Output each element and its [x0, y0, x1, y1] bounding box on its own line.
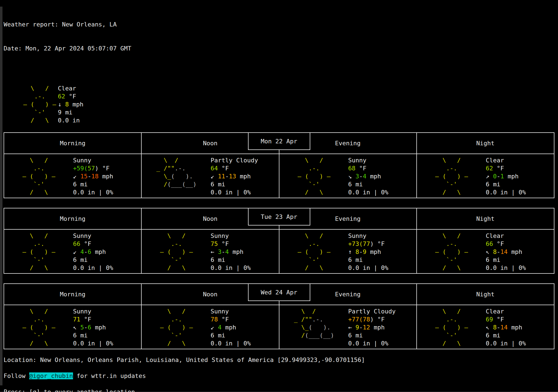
weather-art: \ / .-. ― ( ) ― `-' / \ [153, 307, 211, 349]
wind-direction-arrow: ↙ [211, 324, 218, 331]
date-box-mon: Mon 22 Apr [248, 132, 310, 150]
sun-art: \ / .-. ― ( ) ― `-' / \ [16, 84, 56, 124]
precipitation-value: 0.0 in | 0% [73, 188, 113, 196]
weather-art: \ / .-. ― ( ) ― `-' / \ [153, 232, 211, 273]
condition-label: Clear [58, 84, 83, 92]
column-header-night: Night [417, 133, 554, 154]
sun-art: \ / .-. ― ( ) ― `-' / \ [15, 307, 55, 347]
wind-value: ↙ 4 mph [211, 323, 251, 331]
cloud-art: .-. ( ). (___(__) [290, 307, 334, 339]
condition-label: Clear [486, 232, 526, 240]
forecast-cell-tue-morning: \ / .-. ― ( ) ― `-' / \ Sunny 66 °F ↙ 4-… [4, 230, 142, 273]
wind-direction-arrow: ↙ [73, 173, 80, 180]
weather-art: \ / .-. ― ( ) ― `-' / \ [290, 156, 348, 198]
visibility-value: 6 mi [486, 256, 526, 264]
weather-art: \ / _ /"" \_ / .-. ( ). (___(__) [153, 156, 211, 198]
wind-value: ↙ 4-6 mph [73, 248, 113, 256]
wind-value: ↑ 8-9 mph [348, 248, 389, 256]
forecast-cell-mon-night: \ / .-. ― ( ) ― `-' / \ Clear 62 °F ↗ 0-… [417, 154, 554, 198]
condition-label: Sunny [348, 156, 389, 164]
forecast-cell-mon-evening: \ / .-. ― ( ) ― `-' / \ Sunny 68 °F ↘ 3-… [279, 154, 417, 198]
precipitation-value: 0.0 in | 0% [486, 188, 526, 196]
wind-value: ← 9-12 mph [348, 323, 396, 331]
condition-label: Sunny [73, 232, 113, 240]
wind-value: ↙ 15-18 mph [73, 172, 113, 180]
wind-value: ↗ 0-1 mph [486, 172, 526, 180]
temperature-value: 66 °F [486, 240, 526, 248]
precipitation-value: 0.0 in | 0% [211, 188, 258, 196]
temperature-value: 62 °F [486, 164, 526, 172]
date-box-tue: Tue 23 Apr [248, 208, 310, 225]
report-title-line: Weather report: New Orleans, LA [4, 20, 554, 28]
weather-art: \ / .-. ― ( ) ― `-' / \ [15, 307, 73, 349]
forecast-cell-wed-night: \ / .-. ― ( ) ― `-' / \ Clear 69 °F ↖ 8-… [417, 305, 554, 349]
precipitation-value: 0.0 in | 0% [486, 339, 526, 347]
visibility-value: 6 mi [73, 331, 113, 339]
wind-value: ↖ 8-14 mph [486, 248, 526, 256]
report-footer: Location: New Orleans, Orleans Parish, L… [4, 356, 554, 392]
weather-art: \ / .-. ― ( ) ― `-' / \ [16, 84, 58, 124]
sun-art: \ / .-. ― ( ) ― `-' / \ [290, 232, 331, 272]
location-line: Location: New Orleans, Orleans Parish, L… [4, 356, 554, 364]
sun-art: \ / .-. ― ( ) ― `-' / \ [153, 307, 193, 347]
forecast-day-section-mon: Mon 22 Apr Morning Noon Evening Night \ … [4, 132, 554, 198]
temperature-value: 69 °F [486, 315, 526, 323]
forecast-cell-tue-night: \ / .-. ― ( ) ― `-' / \ Clear 66 °F ↖ 8-… [417, 230, 554, 273]
temperature-value: 71 °F [73, 315, 113, 323]
weather-art: \ / .-. ― ( ) ― `-' / \ [428, 232, 486, 273]
temperature-value: 78 °F [211, 315, 251, 323]
wind-direction-arrow: ↖ [486, 248, 493, 255]
visibility-value: 6 mi [348, 180, 389, 188]
column-header-night: Night [417, 284, 554, 305]
visibility-value: 6 mi [73, 180, 113, 188]
wind-direction-arrow: ← [211, 248, 218, 255]
temperature-value: +77(78) °F [348, 315, 396, 323]
visibility-value: 6 mi [211, 331, 251, 339]
wind-value: ← 3-4 mph [211, 248, 251, 256]
precipitation-value: 0.0 in | 0% [211, 339, 251, 347]
precipitation-value: 0.0 in | 0% [73, 264, 113, 272]
precipitation-value: 0.0 in | 0% [73, 339, 113, 347]
wind-value: ↙ 11-13 mph [211, 172, 258, 180]
temperature-value: 64 °F [211, 164, 258, 172]
wind-value: ↓ 8 mph [58, 100, 83, 108]
sun-art: \ / .-. ― ( ) ― `-' / \ [428, 232, 468, 272]
condition-label: Clear [486, 156, 526, 164]
visibility-value: 6 mi [348, 256, 389, 264]
condition-label: Sunny [211, 232, 251, 240]
forecast-cell-tue-evening: \ / .-. ― ( ) ― `-' / \ Sunny +73(77) °F… [279, 230, 417, 273]
visibility-value: 6 mi [486, 331, 526, 339]
wind-direction-arrow: ↑ [348, 248, 356, 255]
sun-art: \ / .-. ― ( ) ― `-' / \ [15, 156, 55, 196]
wind-direction-arrow: ↓ [58, 101, 65, 108]
precipitation-value: 0.0 in | 0% [211, 264, 251, 272]
terminal-scrollbar[interactable] [0, 7, 2, 385]
wind-direction-arrow: ← [348, 324, 356, 331]
date-box-label: Tue 23 Apr [261, 213, 297, 221]
forecast-day-section-tue: Tue 23 Apr Morning Noon Evening Night \ … [4, 208, 554, 274]
sun-art: \ / .-. ― ( ) ― `-' / \ [428, 307, 468, 347]
temperature-value: +73(77) °F [348, 240, 389, 248]
wind-value: ↖ 5-6 mph [73, 323, 113, 331]
cloud-art: .-. ( ). (___(__) [153, 156, 196, 188]
precipitation-value: 0.0 in [58, 116, 83, 124]
forecast-cell-mon-noon: \ / _ /"" \_ / .-. ( ). (___(__) Partly … [142, 154, 279, 198]
report-date-line: Date: Mon, 22 Apr 2024 05:07:07 GMT [4, 44, 554, 52]
visibility-value: 6 mi [211, 180, 258, 188]
condition-label: Sunny [211, 307, 251, 315]
date-box-wed: Wed 24 Apr [248, 283, 310, 301]
precipitation-value: 0.0 in | 0% [486, 264, 526, 272]
weather-art: \ / .-. ― ( ) ― `-' / \ [290, 232, 348, 273]
forecast-day-section-wed: Wed 24 Apr Morning Noon Evening Night \ … [4, 283, 554, 349]
temperature-value: 75 °F [211, 240, 251, 248]
current-conditions: \ / .-. ― ( ) ― `-' / \ Clear 62 °F ↓ 8 … [16, 84, 554, 124]
precipitation-value: 0.0 in | 0% [348, 188, 389, 196]
sun-art: \ / .-. ― ( ) ― `-' / \ [153, 232, 193, 272]
temperature-value: 62 °F [58, 92, 83, 100]
precipitation-value: 0.0 in | 0% [348, 264, 389, 272]
wind-direction-arrow: ↖ [73, 324, 80, 331]
sun-art: \ / .-. ― ( ) ― `-' / \ [428, 156, 468, 196]
wind-direction-arrow: ↖ [486, 324, 493, 331]
weather-art: \ / .-. ― ( ) ― `-' / \ [15, 156, 73, 198]
press-instruction-query: Press: [g] to query another location [4, 388, 554, 392]
